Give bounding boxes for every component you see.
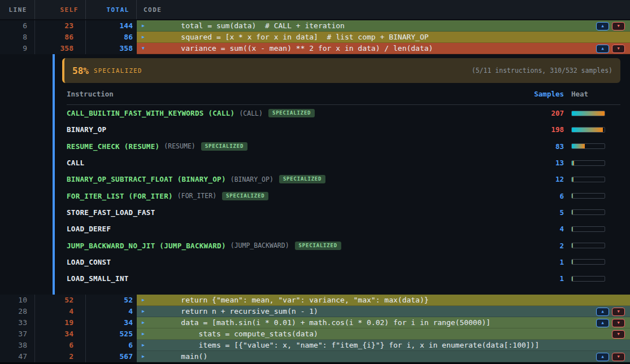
line-nav-buttons: ▼ [612, 330, 630, 339]
code-cell[interactable]: ▶ data = [math.sin(i * 0.01) + math.cos(… [137, 317, 630, 328]
code-cell[interactable]: ▶ return {"mean": mean, "var": variance,… [137, 295, 630, 306]
total-samples: 4 [86, 306, 137, 317]
heat-bar [571, 193, 605, 199]
expand-arrow-icon[interactable]: ▶ [142, 328, 149, 340]
code-row-line-28[interactable]: 2844▶ return n + recursive_sum(n - 1)▲▼ [0, 306, 630, 317]
code-rows-bottom: 105252▶ return {"mean": mean, "var": var… [0, 295, 630, 362]
instruction-row: CALL_BUILTIN_FAST_WITH_KEYWORDS (CALL)(C… [67, 105, 620, 121]
instruction-rows: CALL_BUILTIN_FAST_WITH_KEYWORDS (CALL)(C… [67, 105, 620, 287]
samples-column-header: Samples [524, 90, 564, 98]
next-hot-line-button[interactable]: ▼ [612, 308, 625, 316]
code-cell[interactable]: ▼ variance = sum((x - mean) ** 2 for x i… [137, 43, 630, 54]
collapse-arrow-icon[interactable]: ▼ [142, 43, 149, 54]
expand-arrow-icon[interactable]: ▶ [142, 32, 149, 43]
samples-value: 83 [524, 142, 564, 151]
expand-arrow-icon[interactable]: ▶ [142, 351, 149, 362]
code-cell[interactable]: ▶ main()▲▼ [137, 351, 630, 362]
heat-bar [571, 111, 605, 116]
heat-bar [571, 209, 605, 215]
heat-bar [571, 160, 605, 166]
prev-hot-line-button[interactable]: ▲ [596, 319, 609, 327]
heat-bar-fill [572, 210, 573, 214]
heat-bar [571, 243, 605, 248]
specialized-badge: SPECIALIZED [201, 142, 247, 151]
code-row-line-6[interactable]: 623144▶ total = sum(data) # CALL + itera… [0, 20, 630, 32]
base-opcode: (CALL) [239, 109, 263, 117]
expand-arrow-icon[interactable]: ▶ [142, 295, 149, 306]
expand-arrow-icon[interactable]: ▶ [142, 20, 149, 32]
code-row-line-33[interactable]: 331934▶ data = [math.sin(i * 0.01) + mat… [0, 317, 630, 328]
instruction-row: LOAD_CONST1 [67, 254, 620, 270]
expand-arrow-icon[interactable]: ▶ [142, 306, 149, 317]
instruction-row: CALL13 [67, 155, 620, 171]
code-cell[interactable]: ▶ squared = [x * x for x in data] # list… [137, 32, 630, 43]
code-cell[interactable]: ▶ items = [{"value": x, "name": f"item_{… [137, 340, 630, 351]
profiler-app: LINE SELF TOTAL CODE 623144▶ total = sum… [0, 0, 630, 364]
next-hot-line-button[interactable]: ▼ [612, 22, 625, 30]
heat-bar [571, 259, 605, 265]
instruction-row: LOAD_SMALL_INT1 [67, 270, 620, 287]
line-nav-buttons: ▲▼ [596, 308, 630, 316]
total-samples: 6 [86, 340, 137, 351]
heat-bar-fill [572, 277, 573, 281]
heat-bar-track [571, 259, 605, 265]
heat-bar-track [571, 226, 605, 232]
heat-bar-track [571, 160, 605, 166]
code-text: items = [{"value": x, "name": f"item_{i}… [163, 340, 539, 351]
expand-arrow-icon[interactable]: ▶ [142, 317, 149, 328]
specialized-badge: SPECIALIZED [268, 109, 315, 117]
heat-bar-fill [572, 177, 573, 182]
code-row-line-38[interactable]: 3866▶ items = [{"value": x, "name": f"it… [0, 340, 630, 351]
specialization-summary-text: (5/11 instructions, 310/532 samples) [472, 67, 612, 74]
instruction-name-cell: BINARY_OP_SUBTRACT_FLOAT (BINARY_OP)(BIN… [67, 175, 524, 183]
code-row-line-8[interactable]: 88686▶ squared = [x * x for x in data] #… [0, 32, 630, 43]
code-text: total = sum(data) # CALL + iteration [163, 20, 345, 32]
self-samples: 34 [35, 328, 86, 340]
prev-hot-line-button[interactable]: ▲ [596, 353, 609, 361]
line-nav-buttons: ▲▼ [596, 353, 630, 361]
code-text: return n + recursive_sum(n - 1) [163, 306, 318, 317]
samples-value: 1 [524, 258, 564, 266]
next-hot-line-button[interactable]: ▼ [612, 330, 625, 339]
prev-hot-line-button[interactable]: ▲ [596, 22, 609, 30]
instruction-name-cell: LOAD_DEREF [67, 225, 524, 233]
expansion-indicator-line [53, 54, 55, 295]
code-cell[interactable]: ▶ stats = compute_stats(data)▼ [137, 328, 630, 340]
prev-hot-line-button[interactable]: ▲ [596, 308, 609, 316]
heat-bar-track [571, 127, 605, 133]
instruction-table: Instruction Samples Heat CALL_BUILTIN_FA… [67, 83, 620, 287]
expand-arrow-icon[interactable]: ▶ [142, 340, 149, 351]
self-samples: 4 [35, 306, 86, 317]
samples-value: 4 [524, 225, 564, 233]
code-text: variance = sum((x - mean) ** 2 for x in … [163, 43, 433, 54]
column-header-total: TOTAL [86, 0, 137, 19]
code-cell[interactable]: ▶ total = sum(data) # CALL + iteration▲▼ [137, 20, 630, 32]
next-hot-line-button[interactable]: ▼ [612, 319, 625, 327]
samples-value: 6 [524, 192, 564, 200]
heat-bar-fill [572, 111, 605, 116]
code-row-line-37[interactable]: 3734525▶ stats = compute_stats(data)▼ [0, 328, 630, 340]
heat-bar [571, 226, 605, 232]
instruction-name: JUMP_BACKWARD_NO_JIT (JUMP_BACKWARD) [67, 242, 226, 250]
code-row-line-9[interactable]: 9358358▼ variance = sum((x - mean) ** 2 … [0, 43, 630, 54]
heat-bar-track [571, 276, 605, 282]
instruction-name: BINARY_OP [67, 125, 106, 134]
next-hot-line-button[interactable]: ▼ [612, 45, 625, 53]
heat-bar-fill [572, 260, 573, 264]
instruction-row: BINARY_OP_SUBTRACT_FLOAT (BINARY_OP)(BIN… [67, 171, 620, 187]
code-row-line-47[interactable]: 472567▶ main()▲▼ [0, 351, 630, 362]
code-cell[interactable]: ▶ return n + recursive_sum(n - 1)▲▼ [137, 306, 630, 317]
instruction-row: STORE_FAST_LOAD_FAST5 [67, 204, 620, 221]
column-header-self: SELF [35, 0, 86, 19]
instruction-name: STORE_FAST_LOAD_FAST [67, 208, 155, 217]
base-opcode: (FOR_ITER) [177, 192, 216, 200]
prev-hot-line-button[interactable]: ▲ [596, 45, 609, 53]
next-hot-line-button[interactable]: ▼ [612, 353, 625, 361]
instruction-name: FOR_ITER_LIST (FOR_ITER) [67, 192, 173, 200]
specialized-label: SPECIALIZED [94, 67, 142, 74]
code-row-line-10[interactable]: 105252▶ return {"mean": mean, "var": var… [0, 295, 630, 306]
instruction-name: LOAD_CONST [67, 258, 111, 266]
instruction-row: JUMP_BACKWARD_NO_JIT (JUMP_BACKWARD)(JUM… [67, 237, 620, 253]
line-nav-buttons: ▲▼ [596, 319, 630, 327]
instruction-name: CALL_BUILTIN_FAST_WITH_KEYWORDS (CALL) [67, 109, 234, 117]
